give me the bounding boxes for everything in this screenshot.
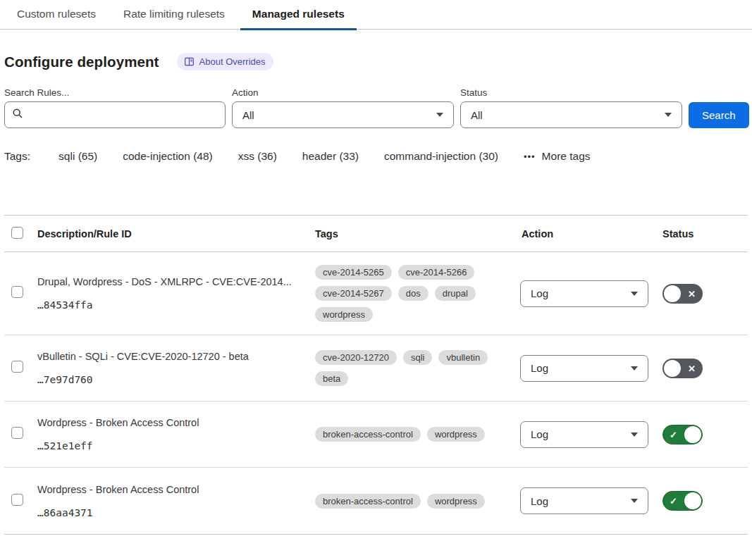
tag-filter-item[interactable]: xss (36) [238,150,277,163]
tag-filter-item[interactable]: header (33) [302,150,359,163]
about-overrides-badge[interactable]: About Overrides [177,53,274,70]
toggle-state-icon: ✓ [670,497,677,506]
table-row: Wordpress - Broken Access Control …86aa4… [4,468,748,534]
rule-tags: cve-2020-12720sqlivbulletinbeta [315,350,520,386]
rule-tags: cve-2014-5265cve-2014-5266cve-2014-5267d… [315,265,520,322]
about-overrides-label: About Overrides [199,56,266,67]
search-input-wrapper [4,101,226,128]
rule-tag-pill: wordpress [315,307,373,322]
action-select[interactable]: Log [520,487,648,514]
rule-id: …86aa4371 [37,507,315,518]
tag-filter-item[interactable]: sqli (65) [58,150,97,163]
rule-title: Wordpress - Broken Access Control [37,417,315,428]
rule-tag-pill: vbulletin [438,350,488,365]
status-filter-select[interactable]: All [460,101,682,128]
toggle-knob [684,492,701,509]
toggle-state-icon: ✕ [688,363,696,373]
toggle-state-icon: ✓ [670,430,677,439]
rule-tags: broken-access-controlwordpress [315,494,520,509]
rule-tag-pill: broken-access-control [315,494,421,509]
tab-rate-limiting-rulesets[interactable]: Rate limiting rulesets [111,1,237,29]
status-toggle[interactable]: ✕ [662,284,703,304]
rule-tag-pill: drupal [435,286,476,301]
table-row: Wordpress - Broken Access Control …521e1… [4,402,748,468]
status-filter-label: Status [460,87,682,98]
column-header-action: Action [520,228,655,239]
table-header-row: Description/Rule ID Tags Action Status [4,216,748,252]
rule-tag-pill: wordpress [427,494,485,509]
action-select[interactable]: Log [520,280,648,307]
row-checkbox[interactable] [11,494,23,506]
tags-bar-label: Tags: [4,150,30,163]
action-select[interactable]: Log [520,355,648,382]
tab-managed-rulesets[interactable]: Managed rulesets [240,1,357,29]
rule-id: …7e97d760 [37,374,315,385]
chevron-down-icon [631,499,638,503]
rule-tag-pill: cve-2020-12720 [315,350,397,365]
action-filter-select[interactable]: All [232,101,454,128]
action-select-value: Log [531,495,548,507]
rule-tag-pill: sqli [403,350,433,365]
rule-title: Wordpress - Broken Access Control [37,484,315,495]
tags-bar: Tags: sqli (65)code-injection (48)xss (3… [4,150,748,163]
toggle-knob [684,426,701,443]
tab-custom-rulesets[interactable]: Custom rulesets [5,1,108,29]
row-checkbox[interactable] [11,286,23,298]
toggle-knob [664,285,681,302]
table-row: Drupal, Wordpress - DoS - XMLRPC - CVE:C… [4,252,748,335]
table-row: vBulletin - SQLi - CVE:CVE-2020-12720 - … [4,335,748,402]
more-tags-button[interactable]: ••• More tags [524,150,591,163]
search-button[interactable]: Search [689,102,749,128]
rule-title: vBulletin - SQLi - CVE:CVE-2020-12720 - … [37,351,315,362]
column-header-status: Status [655,228,748,239]
ellipsis-icon: ••• [524,151,536,162]
rule-tag-pill: cve-2014-5267 [315,286,392,301]
status-toggle[interactable]: ✓ [662,425,703,444]
row-checkbox[interactable] [11,361,23,373]
page-title: Configure deployment [4,54,159,70]
column-header-description: Description/Rule ID [37,228,315,239]
rule-tag-pill: dos [398,286,429,301]
tag-filter-item[interactable]: code-injection (48) [123,150,213,163]
tag-filter-item[interactable]: command-injection (30) [384,150,498,163]
rule-tag-pill: broken-access-control [315,427,421,442]
search-icon [12,108,23,122]
more-tags-label: More tags [542,150,591,163]
rule-title: Drupal, Wordpress - DoS - XMLRPC - CVE:C… [37,276,315,287]
rule-tag-pill: wordpress [427,427,485,442]
toggle-knob [664,360,681,377]
action-filter-label: Action [232,87,454,98]
select-all-checkbox[interactable] [11,227,23,239]
action-select[interactable]: Log [520,421,648,448]
chevron-down-icon [665,113,672,117]
chevron-down-icon [631,433,638,437]
rule-tags: broken-access-controlwordpress [315,427,520,442]
chevron-down-icon [436,113,443,117]
row-checkbox[interactable] [11,427,23,439]
search-rules-label: Search Rules... [4,87,226,98]
status-filter-value: All [471,109,483,121]
toggle-state-icon: ✕ [688,289,696,298]
chevron-down-icon [631,366,638,371]
status-toggle[interactable]: ✕ [662,359,703,378]
rule-id: …84534ffa [37,299,315,311]
rule-id: …521e1eff [37,440,315,452]
rules-table: Description/Rule ID Tags Action Status D… [4,215,748,535]
rule-tag-pill: cve-2014-5265 [315,265,392,280]
action-select-value: Log [531,428,548,440]
rule-tag-pill: cve-2014-5266 [398,265,475,280]
action-filter-value: All [242,109,254,121]
chevron-down-icon [631,292,638,296]
status-toggle[interactable]: ✓ [662,491,703,511]
rule-tag-pill: beta [315,371,348,386]
ruleset-tabs: Custom rulesetsRate limiting rulesetsMan… [0,0,752,30]
action-select-value: Log [531,287,548,299]
book-icon [184,56,195,67]
search-input[interactable] [29,109,218,121]
action-select-value: Log [531,362,548,374]
column-header-tags: Tags [315,228,520,239]
